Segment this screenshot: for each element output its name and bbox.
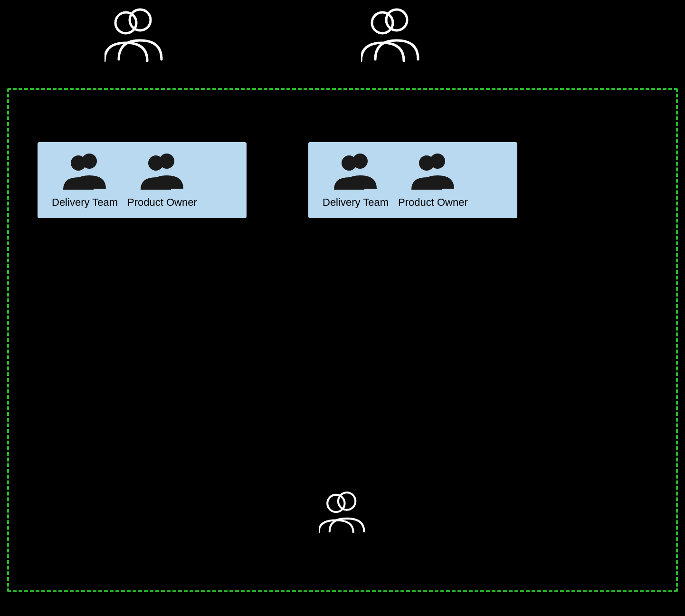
svg-point-5 bbox=[71, 155, 86, 171]
bottom-center-group-area bbox=[319, 488, 366, 533]
product-owner-right: Product Owner bbox=[398, 152, 468, 209]
svg-point-0 bbox=[130, 10, 151, 30]
delivery-team-right: Delivery Team bbox=[323, 152, 389, 209]
delivery-team-left-label: Delivery Team bbox=[52, 196, 118, 209]
product-owner-left-label: Product Owner bbox=[127, 196, 197, 209]
right-team-box: Delivery Team Product Owner bbox=[308, 142, 517, 218]
left-team-box: Delivery Team Product Owner bbox=[38, 142, 247, 218]
svg-point-13 bbox=[327, 495, 344, 512]
svg-point-9 bbox=[342, 155, 357, 171]
product-owner-left-icon bbox=[141, 152, 183, 190]
group-icon-top-right bbox=[361, 5, 423, 62]
product-owner-right-icon bbox=[411, 152, 454, 190]
delivery-team-left-icon bbox=[63, 152, 106, 190]
product-owner-right-label: Product Owner bbox=[398, 196, 468, 209]
svg-point-11 bbox=[419, 155, 434, 171]
delivery-team-left: Delivery Team bbox=[52, 152, 118, 209]
svg-point-7 bbox=[148, 155, 163, 171]
top-left-group-area bbox=[105, 5, 166, 62]
delivery-team-right-icon bbox=[334, 152, 377, 190]
dashed-boundary-container: Delivery Team Product Owner bbox=[7, 88, 678, 592]
svg-point-2 bbox=[386, 10, 407, 30]
delivery-team-right-label: Delivery Team bbox=[323, 196, 389, 209]
svg-point-1 bbox=[115, 12, 136, 33]
group-icon-bottom-center bbox=[319, 488, 366, 533]
group-icon-top-left bbox=[105, 5, 166, 62]
page-container: Delivery Team Product Owner bbox=[0, 0, 685, 616]
top-right-group-area bbox=[361, 5, 423, 62]
product-owner-left: Product Owner bbox=[127, 152, 197, 209]
svg-point-3 bbox=[372, 12, 393, 33]
